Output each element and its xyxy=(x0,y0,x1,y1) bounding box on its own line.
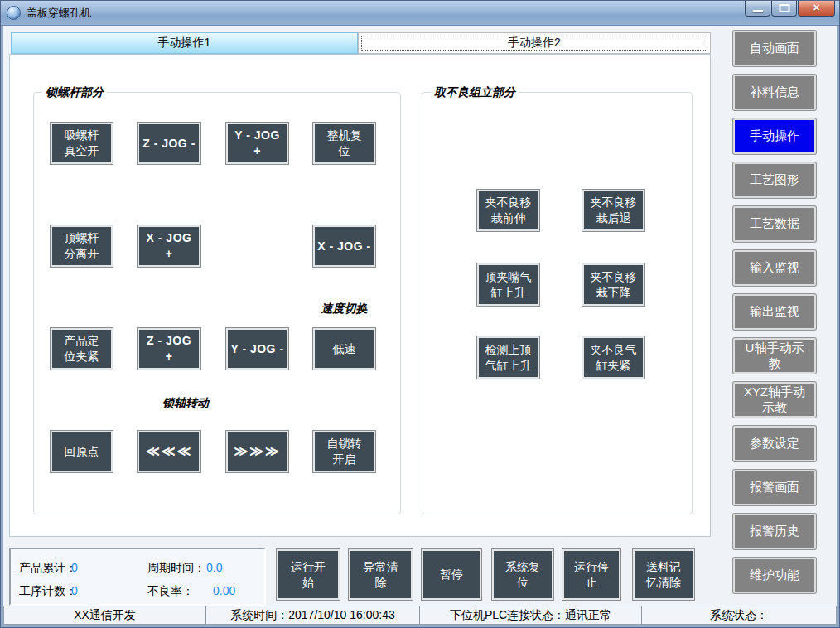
machine-reset-button[interactable]: 整机复 位 xyxy=(313,123,375,164)
cycle-time-label: 周期时间： xyxy=(147,561,205,576)
sidebar-item-process-data[interactable]: 工艺数据 xyxy=(733,206,816,242)
app-window: 盖板穿螺孔机 × 手动操作1 手动操作2 锁螺杆部分 吸螺杆 真空开 Z - J… xyxy=(0,0,840,628)
sidebar-item-manual-operation[interactable]: 手动操作 xyxy=(733,118,816,154)
defect-cylinder-clamp-button[interactable]: 夹不良气 缸夹紧 xyxy=(582,336,644,379)
maximize-icon xyxy=(779,4,789,12)
defect-transfer-down-button[interactable]: 夹不良移 栽下降 xyxy=(582,263,644,306)
defect-transfer-back-button[interactable]: 夹不良移 栽后退 xyxy=(582,190,644,231)
tab-manual-operation-2[interactable]: 手动操作2 xyxy=(358,32,711,54)
window-controls: × xyxy=(744,1,835,17)
close-button[interactable]: × xyxy=(798,1,835,17)
system-reset-button[interactable]: 系统复 位 xyxy=(492,549,553,600)
window-title: 盖板穿螺孔机 xyxy=(27,6,91,21)
rotate-right-button[interactable]: ≫≫≫ xyxy=(226,431,288,472)
status-system-state: 系统状态： xyxy=(642,606,836,624)
cycle-time-value: 0.0 xyxy=(206,561,222,574)
sidebar-item-alarm-history[interactable]: 报警历史 xyxy=(733,514,816,549)
app-icon xyxy=(7,6,21,20)
x-jog-plus-button[interactable]: X - JOG + xyxy=(138,225,200,267)
status-developer: XX通信开发 xyxy=(4,606,206,624)
defect-rate-label: 不良率： xyxy=(147,584,194,599)
sidebar-item-input-monitor[interactable]: 输入监视 xyxy=(733,250,816,286)
rotate-left-button[interactable]: ≪≪≪ xyxy=(138,431,200,472)
z-jog-plus-button[interactable]: Z - JOG + xyxy=(138,328,200,370)
close-icon: × xyxy=(799,1,834,16)
sidebar-item-u-axis-teach[interactable]: U轴手动示 教 xyxy=(733,338,816,374)
defect-rate-value: 0.00 xyxy=(213,584,235,597)
pause-button[interactable]: 暂停 xyxy=(422,549,481,600)
x-jog-minus-button[interactable]: X - JOG - xyxy=(313,225,375,267)
sidebar-item-alarm-screen[interactable]: 报警画面 xyxy=(733,470,816,505)
feed-memory-clear-button[interactable]: 送料记 忆清除 xyxy=(633,549,694,600)
product-total-label: 产品累计： xyxy=(19,561,77,576)
process-count-label: 工序计数： xyxy=(19,584,77,599)
tab-label: 手动操作1 xyxy=(158,36,211,51)
tab-label: 手动操作2 xyxy=(508,36,561,51)
y-jog-minus-button[interactable]: Y - JOG - xyxy=(226,328,288,370)
maximize-button[interactable] xyxy=(771,1,797,17)
sidebar-item-process-graphic[interactable]: 工艺图形 xyxy=(733,162,816,198)
run-stop-button[interactable]: 运行停 止 xyxy=(562,549,620,600)
defect-transfer-forward-button[interactable]: 夹不良移 栽前伸 xyxy=(477,190,539,231)
y-jog-plus-button[interactable]: Y - JOG + xyxy=(226,123,288,164)
sidebar-item-output-monitor[interactable]: 输出监视 xyxy=(733,294,816,330)
screw-vacuum-on-button[interactable]: 吸螺杆 真空开 xyxy=(51,123,113,164)
product-position-clamp-button[interactable]: 产品定 位夹紧 xyxy=(51,328,113,370)
minimize-button[interactable] xyxy=(745,1,770,17)
run-start-button[interactable]: 运行开 始 xyxy=(277,549,340,600)
home-origin-button[interactable]: 回原点 xyxy=(51,431,113,472)
detect-top-cylinder-up-button[interactable]: 检测上顶 气缸上升 xyxy=(477,336,539,379)
sidebar-item-parameter-setting[interactable]: 参数设定 xyxy=(733,426,816,461)
production-counter-panel: 产品累计： 0 周期时间： 0.0 工序计数： 0 不良率： 0.00 xyxy=(9,548,266,606)
process-count-value: 0 xyxy=(71,584,78,597)
sidebar-item-auto-screen[interactable]: 自动画面 xyxy=(733,31,816,66)
status-bar: XX通信开发 系统时间：2017/10/10 16:00:43 下位机PLC连接… xyxy=(3,606,837,625)
sidebar-item-xyz-axis-teach[interactable]: XYZ轴手动 示教 xyxy=(733,382,816,418)
group-title: 取不良组立部分 xyxy=(431,85,519,100)
minimize-icon xyxy=(753,10,763,12)
group-defective-assembly-section: 取不良组立部分 xyxy=(422,92,693,514)
low-speed-button[interactable]: 低速 xyxy=(313,328,375,370)
status-system-time: 系统时间：2017/10/10 16:00:43 xyxy=(206,606,420,624)
product-total-value: 0 xyxy=(71,561,78,574)
status-plc-connection: 下位机PLC连接状态：通讯正常 xyxy=(420,606,642,624)
speed-switch-label: 速度切换 xyxy=(313,302,375,316)
sidebar-item-maintenance[interactable]: 维护功能 xyxy=(733,558,816,593)
screw-eject-separate-button[interactable]: 顶螺杆 分离开 xyxy=(51,225,113,267)
tab-manual-operation-1[interactable]: 手动操作1 xyxy=(11,32,358,54)
error-clear-button[interactable]: 异常清 除 xyxy=(349,549,413,600)
self-lock-rotate-on-button[interactable]: 自锁转 开启 xyxy=(313,431,375,472)
group-title: 锁螺杆部分 xyxy=(42,85,107,100)
lock-axis-rotation-label: 锁轴转动 xyxy=(128,396,244,411)
title-bar: 盖板穿螺孔机 xyxy=(1,1,839,26)
top-clamp-nozzle-cylinder-up-button[interactable]: 顶夹嘴气 缸上升 xyxy=(477,263,539,306)
sidebar-item-refill-info[interactable]: 补料信息 xyxy=(733,75,816,110)
z-jog-minus-button[interactable]: Z - JOG - xyxy=(138,123,200,164)
